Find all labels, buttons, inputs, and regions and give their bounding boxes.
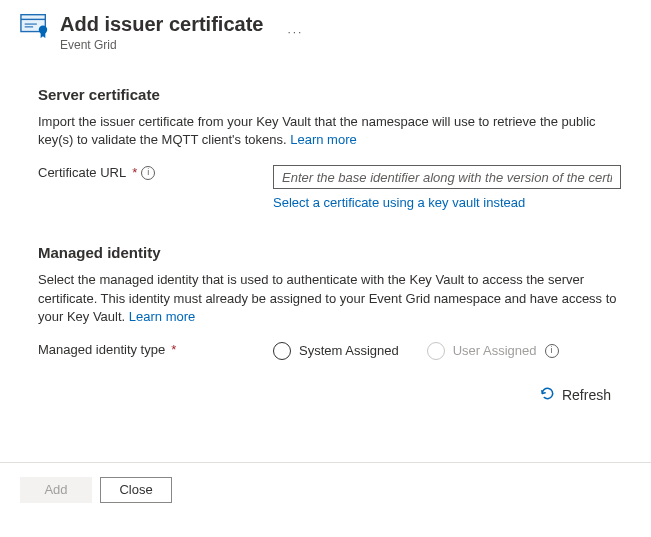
required-asterisk: * xyxy=(171,342,176,357)
info-icon[interactable]: i xyxy=(545,344,559,358)
server-cert-heading: Server certificate xyxy=(38,86,621,103)
certificate-url-row: Certificate URL * i Select a certificate… xyxy=(38,165,621,210)
certificate-icon xyxy=(20,12,50,41)
managed-identity-description: Select the managed identity that is used… xyxy=(38,271,621,326)
refresh-button[interactable]: Refresh xyxy=(540,386,611,404)
page-subtitle: Event Grid xyxy=(60,38,263,52)
managed-identity-desc-text: Select the managed identity that is used… xyxy=(38,272,617,323)
radio-system-assigned[interactable]: System Assigned xyxy=(273,342,399,360)
required-asterisk: * xyxy=(132,165,137,180)
radio-circle-icon xyxy=(427,342,445,360)
radio-user-label: User Assigned xyxy=(453,343,537,358)
info-icon[interactable]: i xyxy=(141,166,155,180)
add-button: Add xyxy=(20,477,92,503)
radio-user-assigned: User Assigned i xyxy=(427,342,559,360)
add-issuer-pane: Add issuer certificate Event Grid ··· Se… xyxy=(0,0,651,424)
server-cert-learn-more-link[interactable]: Learn more xyxy=(290,132,356,147)
refresh-label: Refresh xyxy=(562,387,611,403)
more-menu-button[interactable]: ··· xyxy=(287,25,303,39)
managed-identity-heading: Managed identity xyxy=(38,244,621,261)
managed-identity-type-label-text: Managed identity type xyxy=(38,342,165,357)
radio-system-label: System Assigned xyxy=(299,343,399,358)
certificate-url-input[interactable] xyxy=(273,165,621,189)
identity-type-radio-group: System Assigned User Assigned i xyxy=(273,342,621,360)
page-title: Add issuer certificate xyxy=(60,12,263,37)
select-keyvault-link[interactable]: Select a certificate using a key vault i… xyxy=(273,195,525,210)
managed-identity-type-row: Managed identity type * System Assigned … xyxy=(38,342,621,360)
managed-identity-type-label: Managed identity type * xyxy=(38,342,273,357)
certificate-url-label: Certificate URL * i xyxy=(38,165,273,180)
managed-identity-section: Managed identity Select the managed iden… xyxy=(20,244,631,404)
title-bar: Add issuer certificate Event Grid ··· xyxy=(20,12,631,52)
radio-circle-icon xyxy=(273,342,291,360)
server-cert-description: Import the issuer certificate from your … xyxy=(38,113,621,149)
footer-bar: Add Close xyxy=(0,463,651,517)
certificate-url-label-text: Certificate URL xyxy=(38,165,126,180)
refresh-icon xyxy=(540,386,555,404)
managed-identity-learn-more-link[interactable]: Learn more xyxy=(129,309,195,324)
close-button[interactable]: Close xyxy=(100,477,172,503)
server-certificate-section: Server certificate Import the issuer cer… xyxy=(20,86,631,210)
